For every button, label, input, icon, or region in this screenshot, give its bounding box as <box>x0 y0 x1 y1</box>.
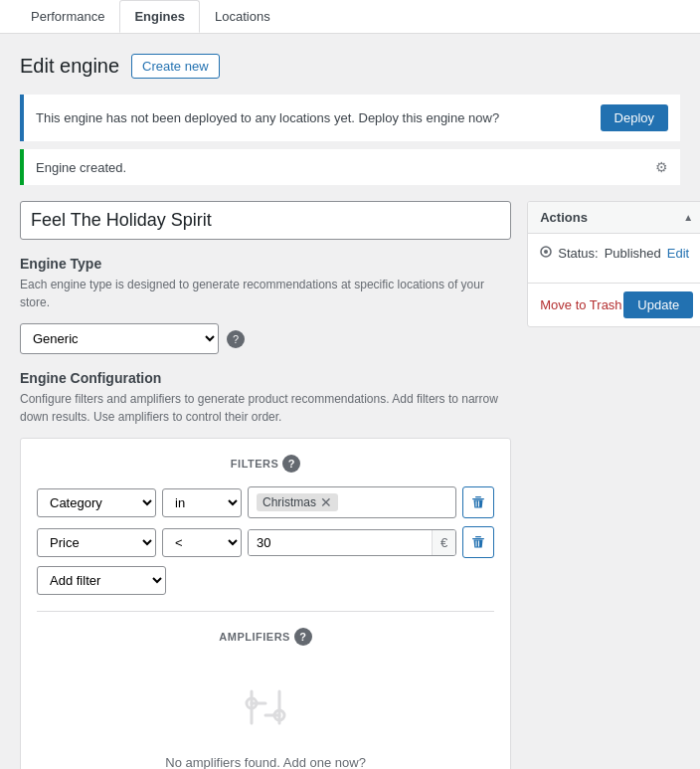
tag-remove-icon[interactable]: ✕ <box>320 495 332 509</box>
filter-row-2: Price < € <box>37 526 494 558</box>
engine-config-section: Engine Configuration Configure filters a… <box>20 370 511 769</box>
create-new-button[interactable]: Create new <box>131 54 219 79</box>
notice-warning-text: This engine has not been deployed to any… <box>36 110 499 125</box>
sidebar: Actions ▲ Status: Published <box>527 201 700 327</box>
status-label: Status: <box>558 246 598 261</box>
add-filter-row: Add filter <box>37 566 494 595</box>
filter-price-input[interactable] <box>249 530 432 555</box>
engine-config-title: Engine Configuration <box>20 370 511 386</box>
config-divider <box>37 611 494 612</box>
actions-header: Actions ▲ <box>528 202 700 234</box>
engine-name-input[interactable] <box>20 201 511 240</box>
actions-body: Status: Published Edit <box>528 234 700 283</box>
filter-operator-1[interactable]: in <box>162 488 242 517</box>
tab-locations[interactable]: Locations <box>200 0 285 33</box>
filter-row-1: Category in Christmas ✕ <box>37 486 494 518</box>
svg-rect-2 <box>472 538 484 539</box>
update-button[interactable]: Update <box>623 291 693 318</box>
engine-type-help-icon[interactable]: ? <box>227 330 245 348</box>
filter-tag-christmas: Christmas ✕ <box>257 493 338 511</box>
status-edit-link[interactable]: Edit <box>667 246 689 261</box>
price-suffix: € <box>432 530 455 555</box>
engine-config-desc: Configure filters and amplifiers to gene… <box>20 390 511 426</box>
move-trash-link[interactable]: Move to Trash <box>540 297 621 312</box>
trash-icon <box>471 495 485 509</box>
amplifiers-empty: No amplifiers found. Add one now? Add am… <box>37 660 494 769</box>
filter-delete-2[interactable] <box>462 526 494 558</box>
pin-icon <box>540 246 552 261</box>
amplifiers-section-label: AMPLIFIERS ? <box>37 628 494 646</box>
amplifiers-empty-icon <box>238 679 293 743</box>
page-title: Edit engine <box>20 55 119 78</box>
svg-rect-3 <box>475 536 481 537</box>
notice-warning: This engine has not been deployed to any… <box>20 95 680 141</box>
svg-rect-1 <box>475 496 481 497</box>
top-nav: Performance Engines Locations <box>0 0 700 34</box>
gear-icon[interactable]: ⚙ <box>655 159 668 175</box>
filters-section-label: FILTERS ? <box>37 455 494 473</box>
status-row: Status: Published Edit <box>540 246 693 261</box>
actions-footer: Move to Trash Update <box>528 283 700 326</box>
trash-icon-2 <box>471 535 485 549</box>
notice-success-text: Engine created. <box>36 160 126 175</box>
filter-field-1[interactable]: Category <box>37 488 156 517</box>
tab-engines[interactable]: Engines <box>119 0 200 33</box>
svg-rect-0 <box>472 498 484 499</box>
status-value: Published <box>605 246 661 261</box>
engine-type-title: Engine Type <box>20 256 511 272</box>
amplifiers-help-icon[interactable]: ? <box>294 628 312 646</box>
filters-help-icon[interactable]: ? <box>282 455 300 473</box>
deploy-button[interactable]: Deploy <box>601 104 668 131</box>
amplifiers-empty-text: No amplifiers found. Add one now? <box>165 755 366 769</box>
engine-type-select[interactable]: Generic <box>20 323 219 354</box>
actions-box: Actions ▲ Status: Published <box>527 201 700 327</box>
filter-tags-input-1[interactable]: Christmas ✕ <box>248 486 456 518</box>
actions-title: Actions <box>540 210 588 225</box>
filter-delete-1[interactable] <box>462 486 494 518</box>
engine-type-desc: Each engine type is designed to generate… <box>20 276 511 311</box>
filter-operator-2[interactable]: < <box>162 528 242 557</box>
engine-type-section: Engine Type Each engine type is designed… <box>20 256 511 354</box>
notice-success: Engine created. ⚙ <box>20 149 680 185</box>
svg-point-11 <box>544 250 548 254</box>
filter-price-input-wrap: € <box>248 529 456 556</box>
add-filter-select[interactable]: Add filter <box>37 566 166 595</box>
tab-performance[interactable]: Performance <box>16 0 119 33</box>
chevron-up-icon[interactable]: ▲ <box>683 212 693 223</box>
filter-field-2[interactable]: Price <box>37 528 156 557</box>
